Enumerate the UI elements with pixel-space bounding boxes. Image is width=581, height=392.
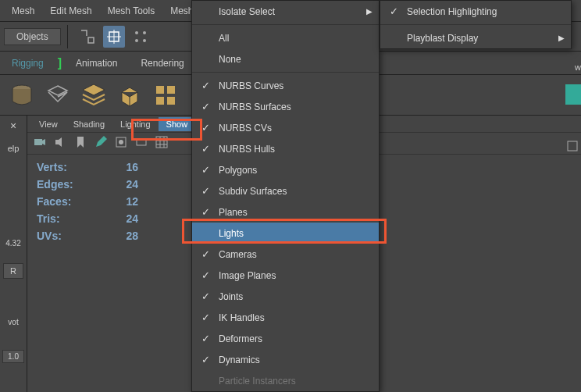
svg-point-4 xyxy=(143,39,146,42)
right-icon-strip xyxy=(565,139,581,153)
show-item-nurbs-cvs[interactable]: ✓NURBS CVs xyxy=(192,117,379,138)
vp-menu-shading[interactable]: Shading xyxy=(66,117,112,131)
bracket-icon: ] xyxy=(55,56,64,70)
left-sidebar: × elp 4.32 R vot 1.0 xyxy=(0,116,27,392)
show-item-nurbs-hulls[interactable]: ✓NURBS Hulls xyxy=(192,138,379,159)
tab-rigging[interactable]: Rigging xyxy=(0,54,55,73)
svg-rect-8 xyxy=(156,97,164,105)
menu-mesh[interactable]: Mesh xyxy=(4,2,42,20)
show-isolate-select[interactable]: Isolate Select▶ xyxy=(192,1,379,22)
svg-rect-9 xyxy=(167,97,175,105)
show-menu-dropdown: Isolate Select▶ All None ✓NURBS Curves✓N… xyxy=(191,0,380,392)
show-all[interactable]: All xyxy=(192,27,379,48)
menu-edit-mesh[interactable]: Edit Mesh xyxy=(42,2,99,20)
show-item-nurbs-surfaces[interactable]: ✓NURBS Surfaces xyxy=(192,96,379,117)
select-by-hierarchy-icon[interactable] xyxy=(77,26,98,48)
tab-animation[interactable]: Animation xyxy=(64,54,129,73)
vp-menu-lighting[interactable]: Lighting xyxy=(112,117,159,131)
show-item-nurbs-curves[interactable]: ✓NURBS Curves xyxy=(192,75,379,96)
xray-icon[interactable] xyxy=(134,135,151,152)
show-item-ik-handles[interactable]: ✓IK Handles xyxy=(192,307,379,328)
shelf-box-icon[interactable] xyxy=(113,79,146,112)
selection-mode-objects[interactable]: Objects xyxy=(4,28,61,45)
separator xyxy=(192,72,379,73)
svg-rect-6 xyxy=(156,86,164,94)
svg-point-12 xyxy=(119,140,123,144)
show-submenu: ✓Selection Highlighting Playblast Displa… xyxy=(380,0,572,49)
close-icon[interactable]: × xyxy=(10,119,16,132)
stat-edges: Edges:24 xyxy=(37,178,138,191)
r-button[interactable]: R xyxy=(3,263,23,279)
svg-point-3 xyxy=(135,39,138,42)
render-icon[interactable] xyxy=(114,135,131,152)
svg-point-1 xyxy=(135,31,138,34)
stat-faces: Faces:12 xyxy=(37,195,138,208)
show-item-subdiv-surfaces[interactable]: ✓Subdiv Surfaces xyxy=(192,180,379,201)
show-item-polygons[interactable]: ✓Polygons xyxy=(192,159,379,180)
shelf-grid-icon[interactable] xyxy=(149,79,182,112)
show-item-image-planes[interactable]: ✓Image Planes xyxy=(192,265,379,286)
show-item-planes[interactable]: ✓Planes xyxy=(192,201,379,223)
show-item-joints[interactable]: ✓Joints xyxy=(192,286,379,307)
menu-mesh-tools[interactable]: Mesh Tools xyxy=(100,2,162,20)
separator xyxy=(192,24,379,25)
pen-icon[interactable] xyxy=(94,135,111,152)
heads-up-display-stats: Verts:16 Edges:24 Faces:12 Tris:24 UVs:2… xyxy=(37,161,138,247)
show-item-cameras[interactable]: ✓Cameras xyxy=(192,244,379,265)
shelf-layers-icon[interactable] xyxy=(41,79,74,112)
svg-rect-14 xyxy=(156,137,167,148)
show-item-lights[interactable]: Lights xyxy=(192,223,379,244)
stat-verts: Verts:16 xyxy=(37,161,138,173)
one-value: 1.0 xyxy=(2,350,24,363)
camera-icon[interactable] xyxy=(33,135,50,152)
svg-rect-10 xyxy=(34,139,42,145)
bookmark-icon[interactable] xyxy=(73,135,91,152)
vp-menu-show[interactable]: Show xyxy=(159,117,196,131)
select-by-component-icon[interactable] xyxy=(130,26,151,48)
speaker-icon[interactable] xyxy=(53,135,70,152)
right-w-label: w xyxy=(575,62,581,72)
show-item-dynamics[interactable]: ✓Dynamics xyxy=(192,349,379,370)
stat-uvs: UVs:28 xyxy=(37,230,138,242)
help-label[interactable]: elp xyxy=(8,144,20,153)
show-item-deformers[interactable]: ✓Deformers xyxy=(192,328,379,349)
svg-rect-7 xyxy=(167,86,175,94)
divider xyxy=(67,25,68,48)
stat-tris: Tris:24 xyxy=(37,212,138,225)
shelf-stack-icon[interactable] xyxy=(77,79,110,112)
vp-menu-view[interactable]: View xyxy=(31,117,66,131)
show-none[interactable]: None xyxy=(192,48,379,69)
svg-point-2 xyxy=(143,31,146,34)
wireframe-icon[interactable] xyxy=(155,135,172,152)
show-item-particle-instancers[interactable]: Particle Instancers xyxy=(192,370,379,391)
side-value: 4.32 xyxy=(5,239,20,248)
submenu-selection-highlighting[interactable]: ✓Selection Highlighting xyxy=(380,1,571,22)
shelf-cylinder-icon[interactable] xyxy=(5,79,38,112)
submenu-playblast-display[interactable]: Playblast Display▶ xyxy=(380,27,571,48)
select-by-object-icon[interactable] xyxy=(103,26,125,48)
svg-rect-13 xyxy=(137,139,146,145)
tab-rendering[interactable]: Rendering xyxy=(129,54,195,73)
right-green-button[interactable] xyxy=(565,84,581,105)
pivot-label: vot xyxy=(8,318,18,326)
separator xyxy=(380,24,571,25)
svg-rect-15 xyxy=(568,141,577,151)
